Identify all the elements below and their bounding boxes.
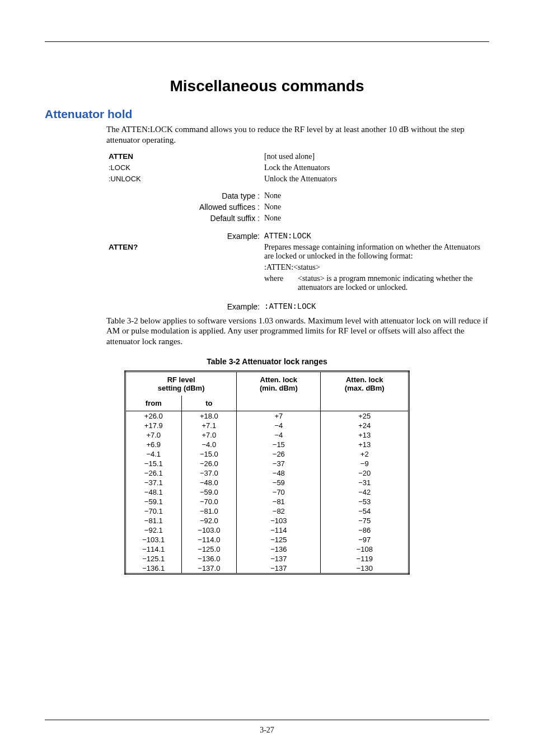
table-cell: −9 (321, 459, 409, 468)
table-cell: +17.9 (125, 421, 182, 430)
table-cell: −59.0 (181, 487, 237, 497)
table-cell: −26.1 (125, 468, 182, 478)
table-cell: +25 (321, 411, 409, 421)
default-suffix-value: None (262, 213, 489, 224)
table-cell: −59.1 (125, 497, 182, 506)
table-cell: +7.0 (181, 430, 237, 440)
table-cell: +2 (321, 449, 409, 459)
cmd-lock-desc: Lock the Attenuators (262, 162, 489, 173)
table-cell: −37.0 (181, 468, 237, 478)
table-cell: −4.1 (125, 449, 182, 459)
table-cell: −92.0 (181, 516, 237, 525)
table-cell: −20 (321, 468, 409, 478)
table-cell: −48.1 (125, 487, 182, 497)
table-cell: −81.0 (181, 506, 237, 516)
table-cell: −42 (321, 487, 409, 497)
table-cell: −31 (321, 478, 409, 487)
table-cell: +26.0 (125, 411, 182, 421)
table-cell: −75 (321, 516, 409, 525)
cmd-lock: :LOCK (109, 163, 130, 172)
table-cell: −97 (321, 535, 409, 544)
table-cell: −70.1 (125, 506, 182, 516)
table-cell: −125.0 (181, 544, 237, 554)
th-max: Atten. lock(max. dBm) (321, 371, 409, 396)
cmd-atten: ATTEN (109, 152, 133, 161)
cmd-atten-desc: [not used alone] (262, 151, 489, 162)
table-caption: Table 3-2 Attenuator lock ranges (45, 357, 489, 366)
table-cell: +24 (321, 421, 409, 430)
table-cell: −59 (237, 478, 321, 487)
cmd-atten-query-format: :ATTEN:<status> (262, 262, 489, 273)
table-cell: −26.0 (181, 459, 237, 468)
table-cell: −48.0 (181, 478, 237, 487)
table-cell: −48 (237, 468, 321, 478)
table-cell: −114.1 (125, 544, 182, 554)
datatype-value: None (262, 190, 489, 201)
page-number: 3-27 (0, 726, 534, 735)
datatype-label: Data type : (106, 190, 262, 201)
table-cell: −114 (237, 525, 321, 535)
example2-label: Example: (106, 301, 262, 312)
table-cell: +7 (237, 411, 321, 421)
th-to: to (181, 396, 237, 411)
where-desc: <status> is a program mnemonic indicatin… (298, 274, 487, 292)
table-cell: −103.0 (181, 525, 237, 535)
table-cell: −70.0 (181, 497, 237, 506)
table-cell: −86 (321, 525, 409, 535)
table-cell: −136 (237, 544, 321, 554)
page-title: Miscellaneous commands (45, 77, 489, 95)
table-cell: +13 (321, 430, 409, 440)
attenuator-range-table: RF levelsetting (dBm) Atten. lock(min. d… (124, 370, 410, 575)
table-cell: −26 (237, 449, 321, 459)
example1-value: ATTEN:LOCK (264, 232, 311, 241)
table-cell: −136.1 (125, 564, 182, 574)
table-cell: −53 (321, 497, 409, 506)
table-cell: −37.1 (125, 478, 182, 487)
intro-paragraph: The ATTEN:LOCK command allows you to red… (106, 124, 489, 145)
table-cell: +7.1 (181, 421, 237, 430)
table-cell: −137 (237, 554, 321, 564)
th-from: from (125, 396, 182, 411)
table-cell: −137 (237, 564, 321, 574)
where-label: where (264, 274, 298, 292)
table-cell: −81.1 (125, 516, 182, 525)
table-cell: −81 (237, 497, 321, 506)
table-cell: −114.0 (181, 535, 237, 544)
table-cell: −15.0 (181, 449, 237, 459)
th-rf-level: RF levelsetting (dBm) (125, 371, 237, 396)
table-cell: −125 (237, 535, 321, 544)
suffices-value: None (262, 201, 489, 213)
table-cell: −130 (321, 564, 409, 574)
table-cell: −103.1 (125, 535, 182, 544)
table-cell: −137.0 (181, 564, 237, 574)
example1-label: Example: (106, 231, 262, 242)
table-cell: +18.0 (181, 411, 237, 421)
table-cell: −108 (321, 544, 409, 554)
suffices-label: Allowed suffices : (106, 201, 262, 213)
th-min: Atten. lock(min. dBm) (237, 371, 321, 396)
table-cell: +6.9 (125, 440, 182, 449)
table-cell: −4.0 (181, 440, 237, 449)
table-cell: −4 (237, 421, 321, 430)
table-cell: −92.1 (125, 525, 182, 535)
table-cell: +7.0 (125, 430, 182, 440)
cmd-unlock: :UNLOCK (109, 175, 141, 183)
table-cell: −37 (237, 459, 321, 468)
cmd-atten-query-desc: Prepares message containing information … (262, 242, 489, 262)
table-cell: −125.1 (125, 554, 182, 564)
table-cell: −119 (321, 554, 409, 564)
table-cell: −136.0 (181, 554, 237, 564)
section-heading: Attenuator hold (45, 107, 489, 121)
table-cell: +13 (321, 440, 409, 449)
note-paragraph: Table 3-2 below applies to software vers… (106, 316, 489, 347)
default-suffix-label: Default suffix : (106, 213, 262, 224)
table-cell: −54 (321, 506, 409, 516)
table-cell: −4 (237, 430, 321, 440)
example2-value: :ATTEN:LOCK (264, 302, 316, 311)
table-cell: −103 (237, 516, 321, 525)
table-cell: −15 (237, 440, 321, 449)
table-cell: −82 (237, 506, 321, 516)
table-cell: −70 (237, 487, 321, 497)
cmd-unlock-desc: Unlock the Attenuators (262, 173, 489, 185)
table-cell: −15.1 (125, 459, 182, 468)
